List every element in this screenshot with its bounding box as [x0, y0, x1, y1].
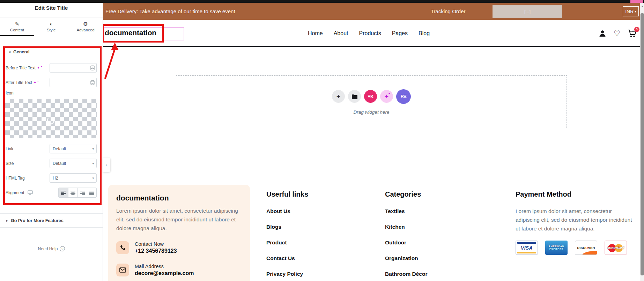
account-icon[interactable]: [599, 30, 606, 37]
after-title-row: After Title Text ✦✦: [6, 78, 97, 87]
mastercard-card-icon: MasterCard: [605, 241, 627, 255]
phone-icon: [120, 245, 126, 251]
footer-category-outdoor[interactable]: Outdoor: [385, 240, 427, 246]
footer-contact-row: Contact Now +12 3456789123: [116, 241, 177, 254]
chevron-down-icon: ▾: [92, 162, 94, 165]
before-title-label: Before Title Text: [6, 66, 36, 70]
template-library-button[interactable]: [348, 90, 361, 103]
nav-pages[interactable]: Pages: [392, 30, 408, 37]
link-label: Link: [6, 146, 50, 151]
wishlist-heart-icon[interactable]: ♡: [614, 29, 620, 38]
chevron-down-icon: ▾: [92, 147, 94, 151]
amex-card-icon: AMERICAN EXPRESS: [545, 241, 568, 255]
ai-sparkle-icon[interactable]: ✦: [40, 65, 42, 68]
html-tag-row: HTML Tag H2 ▾: [6, 173, 97, 183]
need-help-link[interactable]: Need Help ?: [0, 246, 103, 251]
size-row: Size Default ▾: [6, 159, 97, 168]
chevron-down-icon: ▾: [92, 176, 94, 180]
unlimited-elements-button[interactable]: RΞ: [396, 89, 411, 104]
footer-link-blogs[interactable]: Blogs: [266, 224, 308, 230]
desktop-icon[interactable]: [28, 190, 33, 195]
panel-collapse-handle[interactable]: ‹: [103, 158, 110, 172]
footer-category-bathroom-decor[interactable]: Bathroom Décor: [385, 271, 427, 277]
scrollbar-thumb[interactable]: [641, 13, 644, 275]
chevron-left-icon: ‹: [106, 162, 107, 168]
nav-home[interactable]: Home: [308, 30, 323, 37]
ai-sparkle-icon: ✦: [388, 92, 390, 95]
scroll-up-arrow[interactable]: ▲: [640, 5, 644, 7]
footer-category-textiles[interactable]: Textiles: [385, 208, 427, 214]
align-center-button[interactable]: [68, 188, 77, 197]
folder-icon: [351, 94, 357, 99]
footer-link-privacy-policy[interactable]: Privacy Policy: [266, 271, 308, 277]
align-right-button[interactable]: [77, 188, 87, 197]
tracking-order-link[interactable]: Tracking Order: [431, 3, 465, 20]
nav-about[interactable]: About: [334, 30, 348, 37]
dynamic-tags-icon[interactable]: [88, 63, 97, 73]
footer-about-card: documentation Lorem ipsum dolor sit amet…: [108, 185, 250, 281]
general-section-title: General: [13, 50, 30, 54]
general-section-header[interactable]: ▾ General: [9, 50, 30, 54]
align-justify-button[interactable]: [87, 188, 96, 197]
contrast-icon: ◐: [50, 21, 53, 26]
contact-label: Contact Now: [135, 241, 177, 247]
footer-links-title: Userful links: [266, 190, 308, 198]
tab-content[interactable]: ✎ Content: [0, 17, 34, 36]
footer-link-about-us[interactable]: About Us: [266, 208, 308, 214]
annotation-arrow: [102, 43, 125, 83]
payment-cards: VISA AMERICAN EXPRESS DISCOVER MasterCar…: [516, 241, 634, 255]
footer-link-contact-us[interactable]: Contact Us: [266, 255, 308, 261]
alignment-row: Alignment: [6, 188, 97, 197]
nav-blog[interactable]: Blog: [419, 30, 430, 37]
envelope-icon: [119, 267, 126, 273]
size-label: Size: [6, 161, 50, 166]
footer-payment-column: Payment Method Lorem ipsum dolor sit ame…: [516, 190, 634, 255]
window-pink-segment: [630, 0, 643, 3]
tab-style[interactable]: ◐ Style: [34, 17, 68, 36]
panel-tabs: ✎ Content ◐ Style ⚙ Advanced: [0, 17, 103, 36]
footer-links-column: Userful links About Us Blogs Product Con…: [266, 190, 308, 281]
ai-sparkle-icon[interactable]: ✦: [37, 66, 40, 70]
ai-builder-button[interactable]: ✦ ✦: [380, 90, 393, 103]
go-pro-row[interactable]: ▸ Go Pro for More Features: [0, 213, 103, 228]
before-title-text-input[interactable]: [50, 63, 88, 73]
add-section-button[interactable]: +: [332, 90, 345, 103]
chevron-down-icon: ▾: [9, 50, 11, 54]
footer-category-kitchen[interactable]: Kitchen: [385, 224, 427, 230]
size-select[interactable]: Default ▾: [50, 159, 97, 168]
footer-categories-column: Categories Textiles Kitchen Outdoor Orga…: [385, 190, 427, 281]
site-title[interactable]: documentation: [105, 29, 156, 37]
footer-link-product[interactable]: Product: [266, 240, 308, 246]
drag-widget-hint: Drag widget here: [354, 109, 390, 115]
footer-category-organization[interactable]: Organization: [385, 255, 427, 261]
cart-icon[interactable]: 0: [628, 29, 637, 38]
go-pro-label: Go Pro for More Features: [11, 218, 64, 223]
site-header: documentation Home About Products Pages …: [103, 20, 640, 47]
after-title-text-input[interactable]: [50, 78, 88, 87]
tab-advanced[interactable]: ⚙ Advanced: [68, 17, 103, 36]
help-icon: ?: [60, 246, 65, 251]
html-tag-select[interactable]: H2 ▾: [50, 173, 97, 183]
footer-categories-title: Categories: [385, 190, 427, 198]
ai-sparkle-icon[interactable]: ✦: [37, 79, 39, 83]
mail-label: Mail Address: [135, 264, 194, 269]
icon-media-placeholder[interactable]: [5, 99, 97, 138]
before-title-row: Before Title Text ✦✦: [6, 63, 97, 73]
topbar-placeholder-button[interactable]: [...]: [493, 5, 562, 18]
discover-card-icon: DISCOVER: [575, 241, 597, 255]
currency-select[interactable]: INR ▾: [623, 6, 639, 16]
dynamic-tags-icon[interactable]: [88, 78, 97, 87]
media-placeholder-spinner: [47, 117, 54, 124]
ai-sparkle-icon[interactable]: ✦: [34, 81, 36, 84]
align-left-button[interactable]: [59, 188, 68, 197]
nav-products[interactable]: Products: [359, 30, 381, 37]
visa-card-icon: VISA: [516, 241, 538, 255]
chevron-down-icon: ▾: [635, 10, 636, 13]
header-icons: ♡ 0: [599, 20, 637, 47]
payment-title: Payment Method: [516, 190, 634, 198]
elementskit-button[interactable]: ΞΚ: [364, 90, 377, 103]
link-select[interactable]: Default ▾: [50, 144, 97, 153]
preview-canvas: Free Delivery: Take advantage of our tim…: [103, 0, 640, 281]
need-help-label: Need Help: [38, 246, 58, 251]
drag-widget-zone[interactable]: + ΞΚ ✦ ✦ RΞ Drag widget here: [176, 75, 567, 128]
